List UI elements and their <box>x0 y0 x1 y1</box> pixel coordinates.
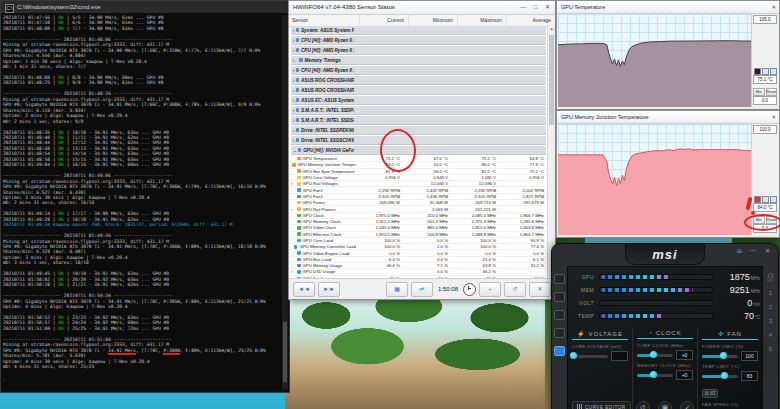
expand-icon[interactable]: › <box>293 58 298 63</box>
power-temp-link-button[interactable]: ⛓ 83 <box>702 389 718 398</box>
memory-clock-slider[interactable] <box>637 374 673 377</box>
terminal-output[interactable]: 20210711 01:47:56 | OK | 5/5 - 34.90 MH/… <box>3 15 281 390</box>
info-icon[interactable] <box>554 310 565 320</box>
sensor-value: 12.096 V <box>452 181 500 186</box>
sensor-group-row[interactable]: ›CPU [#0]: AMD Ryzen 9 3950X <box>291 36 546 45</box>
nav-forward-button[interactable]: ►► <box>318 282 340 297</box>
load-icon <box>297 258 301 262</box>
expand-icon[interactable]: › <box>291 181 296 186</box>
oc-scanner-icon[interactable] <box>554 292 565 302</box>
expand-icon[interactable]: › <box>293 68 295 73</box>
legend-box[interactable] <box>762 68 769 75</box>
windows-startup-icon[interactable]: ⊞ <box>737 247 742 254</box>
sensor-group-row[interactable]: ›Memory Timings <box>291 56 546 65</box>
cmd-terminal-window[interactable]: C:\C:\Windows\system32\cmd.exe 20210711 … <box>0 0 290 393</box>
legend-box[interactable] <box>770 68 777 75</box>
hwinfo-scrollbar[interactable]: ▲ <box>547 25 555 278</box>
profile-4-button[interactable]: 4 <box>769 332 772 338</box>
sensor-group-row[interactable]: ⌄GPU [#0]: NVIDIA GeForce RTX 3070 Ti <box>291 146 546 155</box>
sensor-group-row[interactable]: ›Drive: INTEL SSDPEKNW010T8 (NVMe) <box>291 126 546 135</box>
collapse-icon[interactable]: ⌄ <box>293 148 297 153</box>
expand-icon[interactable]: › <box>293 78 295 83</box>
lock-icon[interactable] <box>767 276 774 282</box>
memory-clock-value[interactable]: +0 <box>676 370 693 380</box>
min-button[interactable]: Min <box>753 88 765 96</box>
add-button[interactable]: + <box>479 282 501 297</box>
core-voltage-value[interactable] <box>611 351 628 361</box>
sensor-group-row[interactable]: ›CPU [#0]: AMD Ryzen 9 3950X: C-State Re… <box>291 46 546 55</box>
legend-box[interactable] <box>762 196 769 203</box>
minimize-icon[interactable]: — <box>750 247 756 253</box>
hwinfo-titlebar[interactable]: HWiNFO64 v7.04-4380 Sensor Status — □ ✕ <box>289 1 555 15</box>
profile-5-button[interactable]: 5 <box>769 346 772 352</box>
gpu-temperature-graph-window[interactable]: GPU Temperature ✕ 105.0 75.1 °C MinReset… <box>556 0 780 110</box>
core-clock-slider[interactable] <box>637 354 673 357</box>
expand-icon[interactable]: › <box>293 108 295 113</box>
close-icon[interactable]: ✕ <box>771 1 776 13</box>
window-buttons[interactable]: — □ ✕ <box>520 1 553 14</box>
expand-icon[interactable]: › <box>293 98 295 103</box>
hwinfo-toolbar: ◄◄ ►► ▦ ⇄ 1:50:08 + ↺ ✕ <box>289 278 555 299</box>
core-voltage-slider[interactable] <box>572 355 608 358</box>
sensor-group-row[interactable]: ›CPU [#0]: AMD Ryzen 9 3950X: Enhanced <box>291 66 546 75</box>
graph-titlebar[interactable]: GPU Memory Junction Temperature ✕ <box>557 111 779 124</box>
sensor-group-row[interactable]: ›ASUS EC: ASUS System Product Name <box>291 96 546 105</box>
graph-titlebar[interactable]: GPU Temperature ✕ <box>557 1 779 14</box>
hardware-monitor-icon[interactable] <box>554 346 565 356</box>
reset-button[interactable]: Reset <box>766 216 778 224</box>
temp-limit-slider[interactable] <box>702 375 738 378</box>
profile-3-button[interactable]: 3 <box>769 318 772 324</box>
scroll-up-icon[interactable]: ▲ <box>548 25 555 32</box>
expand-icon[interactable]: › <box>293 48 295 53</box>
power-limit-value[interactable]: 100 <box>741 351 758 361</box>
close-icon[interactable]: ✕ <box>765 247 770 254</box>
sensor-value: 7.1 % <box>404 263 452 268</box>
scrollbar-thumb[interactable] <box>283 322 287 382</box>
terminal-titlebar[interactable]: C:\C:\Windows\system32\cmd.exe <box>1 1 289 13</box>
sensor-group-row[interactable]: ›S.M.A.R.T.: INTEL SSDSC2KW512G8 <box>291 116 546 125</box>
sensor-value: 201.221 W <box>452 207 500 212</box>
gpu-memory-junction-graph-window[interactable]: GPU Memory Junction Temperature ✕ 110.0 … <box>556 110 780 238</box>
expand-icon[interactable]: › <box>293 118 295 123</box>
msi-afterburner-window[interactable]: msi ⊞ — ✕ 1 2 3 4 5 GPU1875MHzMEM9251MHz… <box>551 243 779 409</box>
close-button[interactable]: ✕ <box>529 282 551 297</box>
profile-2-button[interactable]: 2 <box>769 304 772 310</box>
expand-icon[interactable]: › <box>293 138 295 143</box>
kombustor-icon[interactable] <box>554 274 565 284</box>
sensor-group-row[interactable]: ›ASUS ROG CROSSHAIR VIII DARK HERO (AMD … <box>291 86 546 95</box>
sensor-group-row[interactable]: ›System: ASUS System Product Name <box>291 26 546 35</box>
temp-limit-value[interactable]: 83 <box>741 371 758 381</box>
curve-editor-button[interactable]: CURVE EDITOR <box>572 401 631 409</box>
expand-icon[interactable]: › <box>291 207 296 212</box>
core-clock-value[interactable]: +0 <box>676 350 693 360</box>
chip-icon <box>299 58 303 62</box>
reset-button[interactable]: ↺ <box>636 401 650 409</box>
min-button[interactable]: Min <box>753 216 765 224</box>
sensor-group-row[interactable]: ›S.M.A.R.T.: INTEL SSDPEKNW010T8 (NVMe) <box>291 106 546 115</box>
wallpaper-beach-palms <box>285 295 560 409</box>
profile-1-button[interactable]: 1 <box>769 290 772 296</box>
sensor-value: 36.2 % <box>452 269 500 274</box>
hwinfo-window[interactable]: HWiNFO64 v7.04-4380 Sensor Status — □ ✕ … <box>288 0 556 300</box>
expand-icon[interactable]: › <box>291 269 296 274</box>
expand-icon[interactable]: › <box>293 128 295 133</box>
sync-button[interactable]: ⇄ <box>411 282 433 297</box>
sensor-group-row[interactable]: ›ASUS ROG CROSSHAIR VIII DARK HERO (Nuvo… <box>291 76 546 85</box>
power-limit-slider[interactable] <box>702 355 738 358</box>
sensor-group-row[interactable]: ›Drive: INTEL SSDSC2KW512G8 <box>291 136 546 145</box>
expand-icon[interactable]: › <box>293 28 295 33</box>
hwinfo-sensor-table[interactable]: ›System: ASUS System Product Name›CPU [#… <box>289 25 548 278</box>
expand-icon[interactable]: › <box>293 88 295 93</box>
fan-icon <box>297 188 301 192</box>
expand-icon[interactable]: › <box>293 38 295 43</box>
apply-button[interactable]: ✓ <box>680 401 694 409</box>
close-icon[interactable]: ✕ <box>771 111 776 123</box>
undo-button[interactable]: ↺ <box>504 282 526 297</box>
save-button[interactable]: ▣ <box>658 401 672 409</box>
reset-button[interactable]: Reset <box>766 88 778 96</box>
scrollbar-thumb[interactable] <box>549 35 554 125</box>
sensors-config-button[interactable]: ▦ <box>386 282 408 297</box>
settings-icon[interactable] <box>554 328 565 338</box>
legend-box[interactable] <box>770 196 777 203</box>
nav-back-button[interactable]: ◄◄ <box>293 282 315 297</box>
